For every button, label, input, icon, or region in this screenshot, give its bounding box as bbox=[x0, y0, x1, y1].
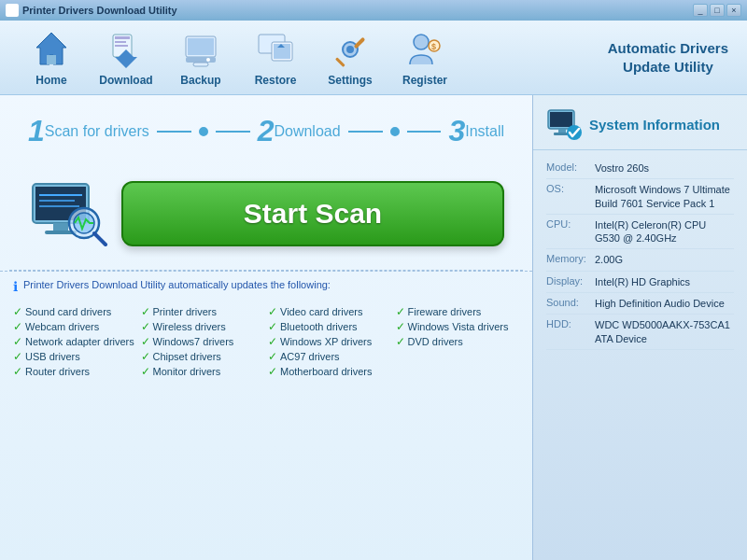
monitor-magnifier-svg bbox=[28, 176, 112, 251]
check-icon: ✓ bbox=[268, 305, 277, 318]
driver-label: Network adapter drivers bbox=[25, 336, 134, 347]
driver-item: ✓Windows Vista drivers bbox=[396, 320, 520, 333]
restore-label: Restore bbox=[255, 74, 297, 87]
driver-item: ✓Wireless drivers bbox=[141, 320, 265, 333]
check-icon: ✓ bbox=[268, 350, 277, 363]
driver-label: DVD drivers bbox=[408, 336, 463, 347]
driver-label: Router drivers bbox=[25, 366, 90, 377]
driver-item: ✓USB drivers bbox=[13, 350, 137, 363]
info-bar: ℹ Printer Drivers Download Utility autom… bbox=[0, 271, 532, 301]
title-bar-left: Printer Drivers Download Utility bbox=[6, 4, 177, 17]
svg-rect-35 bbox=[558, 129, 566, 133]
toolbar-backup[interactable]: Backup bbox=[168, 29, 233, 87]
sys-info-row: HDD:WDC WD5000AAKX-753CA1 ATA Device bbox=[546, 315, 734, 350]
register-label: Register bbox=[402, 74, 447, 87]
check-icon: ✓ bbox=[396, 305, 405, 318]
sys-key: Display: bbox=[546, 275, 589, 288]
svg-rect-9 bbox=[186, 57, 216, 63]
sys-key: CPU: bbox=[546, 218, 589, 245]
sys-key: HDD: bbox=[546, 318, 589, 345]
sys-val: High Definition Audio Device bbox=[595, 297, 725, 310]
toolbar-settings[interactable]: Settings bbox=[317, 29, 383, 87]
brand-text: Automatic Drivers Update Utility bbox=[608, 39, 728, 76]
driver-item: ✓Bluetooth drivers bbox=[268, 320, 392, 333]
driver-label: Wireless drivers bbox=[153, 321, 226, 332]
check-icon: ✓ bbox=[141, 305, 150, 318]
sys-val: 2.00G bbox=[595, 253, 623, 266]
check-icon: ✓ bbox=[13, 320, 22, 333]
driver-label: Motherboard drivers bbox=[280, 366, 372, 377]
toolbar-home[interactable]: Home bbox=[19, 29, 84, 87]
svg-rect-19 bbox=[335, 57, 345, 67]
backup-icon bbox=[180, 29, 221, 70]
sys-info-row: CPU:Intel(R) Celeron(R) CPU G530 @ 2.40G… bbox=[546, 215, 734, 250]
sys-info-row: Memory:2.00G bbox=[546, 249, 734, 271]
scan-illustration bbox=[28, 176, 112, 251]
driver-item: ✓Motherboard drivers bbox=[268, 365, 392, 378]
driver-label: Monitor drivers bbox=[153, 366, 221, 377]
driver-label: Bluetooth drivers bbox=[280, 321, 358, 332]
driver-item: ✓Fireware drivers bbox=[396, 305, 520, 318]
title-bar: Printer Drivers Download Utility _ □ × bbox=[0, 0, 747, 21]
check-icon: ✓ bbox=[268, 365, 277, 378]
title-bar-controls[interactable]: _ □ × bbox=[693, 4, 741, 17]
start-scan-button[interactable]: Start Scan bbox=[121, 181, 504, 246]
sys-info-row: Sound:High Definition Audio Device bbox=[546, 293, 734, 315]
svg-point-20 bbox=[414, 35, 429, 49]
svg-point-10 bbox=[206, 58, 210, 62]
sys-val: Vostro 260s bbox=[595, 161, 649, 175]
driver-label: Printer drivers bbox=[153, 306, 217, 317]
driver-list: ✓Sound card drivers✓Webcam drivers✓Netwo… bbox=[0, 301, 532, 385]
steps-bar: 1 Scan for drivers 2 Download 3 Install bbox=[0, 95, 532, 158]
app-icon bbox=[6, 4, 19, 17]
step2-label: Download bbox=[274, 123, 340, 140]
toolbar-register[interactable]: $ Register bbox=[392, 29, 458, 87]
driver-label: USB drivers bbox=[25, 351, 80, 362]
toolbar: Home Download Backup bbox=[0, 21, 747, 95]
driver-item: ✓Video card drivers bbox=[268, 305, 392, 318]
driver-item: ✓Printer drivers bbox=[141, 305, 265, 318]
svg-text:$: $ bbox=[431, 42, 436, 51]
svg-rect-1 bbox=[47, 55, 56, 64]
maximize-button[interactable]: □ bbox=[710, 4, 725, 17]
info-icon: ℹ bbox=[13, 279, 18, 294]
driver-label: Sound card drivers bbox=[25, 306, 111, 317]
minimize-button[interactable]: _ bbox=[693, 4, 708, 17]
window-title: Printer Drivers Download Utility bbox=[22, 5, 177, 16]
check-icon: ✓ bbox=[396, 335, 405, 348]
close-button[interactable]: × bbox=[726, 4, 741, 17]
driver-label: Windows Vista drivers bbox=[408, 321, 509, 332]
sys-info-header: System Information bbox=[533, 95, 747, 150]
home-label: Home bbox=[35, 74, 66, 87]
driver-item: ✓AC97 drivers bbox=[268, 350, 392, 363]
driver-label: Windows XP drivers bbox=[280, 336, 372, 347]
check-icon: ✓ bbox=[396, 320, 405, 333]
sys-key: Model: bbox=[546, 161, 589, 175]
check-icon: ✓ bbox=[13, 350, 22, 363]
check-icon: ✓ bbox=[141, 365, 150, 378]
right-panel: System Information Model:Vostro 260sOS:M… bbox=[532, 95, 747, 560]
check-icon: ✓ bbox=[13, 365, 22, 378]
sys-key: Sound: bbox=[546, 297, 589, 310]
home-icon bbox=[31, 29, 72, 70]
driver-item: ✓Sound card drivers bbox=[13, 305, 137, 318]
step1-num: 1 bbox=[28, 114, 45, 148]
settings-label: Settings bbox=[328, 74, 372, 87]
driver-label: Fireware drivers bbox=[408, 306, 482, 317]
sys-val: WDC WD5000AAKX-753CA1 ATA Device bbox=[595, 318, 734, 345]
svg-rect-28 bbox=[53, 223, 68, 231]
scan-area: Start Scan bbox=[0, 158, 532, 270]
info-text: Printer Drivers Download Utility automat… bbox=[23, 279, 331, 290]
step3-label: Install bbox=[465, 123, 504, 140]
settings-icon bbox=[330, 29, 371, 70]
svg-rect-5 bbox=[115, 45, 128, 47]
check-icon: ✓ bbox=[13, 305, 22, 318]
toolbar-download[interactable]: Download bbox=[93, 29, 159, 87]
toolbar-restore[interactable]: Restore bbox=[243, 29, 308, 87]
download-label: Download bbox=[99, 74, 152, 87]
check-icon: ✓ bbox=[13, 335, 22, 348]
driver-label: AC97 drivers bbox=[280, 351, 340, 362]
driver-item: ✓DVD drivers bbox=[396, 335, 520, 348]
driver-item: ✓Monitor drivers bbox=[141, 365, 265, 378]
sys-info-table: Model:Vostro 260sOS:Microsoft Windows 7 … bbox=[533, 150, 747, 357]
